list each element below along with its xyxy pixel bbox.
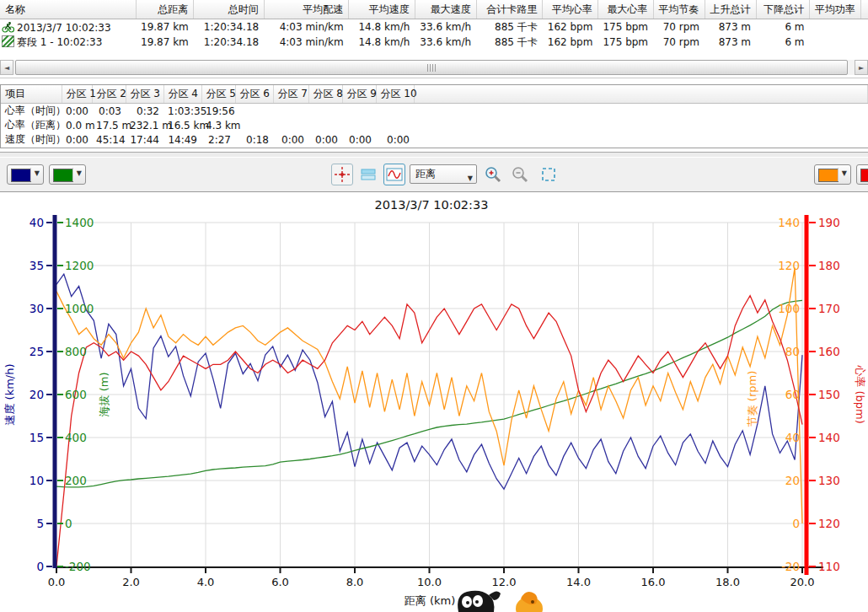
col-header[interactable]: 分区 8 [308, 85, 342, 104]
col-header[interactable]: 分区 6 [235, 85, 273, 104]
scroll-left-button[interactable]: ◄ [0, 60, 13, 75]
lap-name: 赛段 1 - 10:02:33 [17, 36, 102, 48]
table-row[interactable]: 赛段 1 - 10:02:33 19.87 km1:20:34.18 4:03 … [0, 35, 868, 50]
speed-color-swatch [11, 169, 31, 182]
mascot-stickers [452, 587, 595, 612]
chick-sticker-icon [512, 587, 548, 612]
svg-text:100: 100 [778, 302, 800, 315]
col-header[interactable]: 分区 1 [62, 85, 92, 104]
svg-text:80: 80 [785, 345, 800, 358]
svg-text:140: 140 [778, 216, 800, 229]
svg-text:20: 20 [785, 474, 800, 487]
svg-text:18.0: 18.0 [715, 576, 740, 588]
svg-text:40: 40 [785, 431, 800, 444]
lap-icon [2, 35, 14, 47]
svg-text:800: 800 [65, 345, 87, 358]
col-header[interactable]: 总时间 [194, 0, 264, 19]
col-header[interactable]: 平均心率 [543, 0, 598, 19]
bands-view-button[interactable] [357, 164, 379, 185]
svg-text:40: 40 [29, 216, 44, 229]
zoom-out-icon[interactable] [511, 165, 529, 184]
svg-text:60: 60 [785, 388, 800, 401]
app-window: 名称 总距离 总时间 平均配速 平均速度 最大速度 合计卡路里 平均心率 最大心… [0, 0, 868, 612]
svg-text:170: 170 [818, 302, 840, 315]
svg-text:0: 0 [65, 517, 72, 530]
svg-text:25: 25 [29, 345, 44, 358]
activity-name: 2013/3/7 10:02:33 [17, 22, 111, 34]
summary-h-scrollbar[interactable]: ◄ ► [0, 60, 868, 75]
svg-text:16.0: 16.0 [641, 576, 666, 588]
svg-text:120: 120 [818, 517, 840, 530]
col-header[interactable]: 名称 [0, 0, 136, 19]
col-header[interactable]: 分区 3 [126, 85, 163, 104]
col-header[interactable]: 最大心率 [597, 0, 653, 19]
elevation-color-button[interactable]: ▼ [49, 164, 86, 185]
chart-canvas[interactable]: 0.02.04.06.08.010.012.014.016.018.020.0距… [0, 192, 868, 612]
svg-text:150: 150 [818, 388, 840, 401]
zones-header-row: 项目 分区 1 分区 2 分区 3 分区 4 分区 5 分区 6 分区 7 分区… [1, 85, 868, 104]
svg-text:速度 (km/h): 速度 (km/h) [3, 363, 16, 425]
cadence-color-button[interactable]: ▼ [814, 164, 851, 185]
svg-text:20.0: 20.0 [790, 576, 815, 588]
svg-text:0.0: 0.0 [48, 576, 66, 588]
col-header[interactable]: 合计卡路里 [476, 0, 543, 19]
svg-text:1000: 1000 [65, 302, 94, 315]
scroll-right-button[interactable]: ► [855, 60, 868, 75]
speed-color-button[interactable]: ▼ [7, 164, 44, 185]
svg-text:-20: -20 [781, 560, 800, 573]
svg-text:400: 400 [65, 431, 87, 444]
chevron-down-icon: ▼ [35, 169, 40, 177]
table-row[interactable]: 心率（距离） 0.0 m17.5 m 232.1 m16.5 km 4.3 km [1, 118, 868, 132]
zoom-in-icon[interactable] [484, 165, 502, 184]
scrollbar-grip [427, 64, 436, 72]
svg-text:200: 200 [65, 474, 87, 487]
crosshair-icon [332, 164, 352, 185]
svg-text:海拔 (m): 海拔 (m) [98, 373, 110, 417]
svg-text:10: 10 [29, 474, 44, 487]
col-header[interactable]: 分区 10 [376, 85, 414, 104]
table-row[interactable]: 2013/3/7 10:02:33 19.87 km1:20:34.18 4:0… [0, 19, 868, 35]
chevron-down-icon: ▼ [77, 169, 82, 177]
cat-sticker-icon [452, 587, 502, 612]
scrollbar-thumb[interactable] [15, 60, 848, 75]
table-row[interactable]: 心率（时间） 0:000:03 0:321:03:35 19:56 [1, 104, 868, 119]
cadence-color-swatch [818, 169, 839, 182]
col-header[interactable]: 分区 7 [273, 85, 308, 104]
col-header[interactable]: 平均节奏 [653, 0, 705, 19]
col-header[interactable]: 分区 9 [342, 85, 376, 104]
col-header[interactable]: 平均功率 [810, 0, 861, 19]
col-header[interactable]: 平均速度 [349, 0, 415, 19]
curve-view-button[interactable] [383, 164, 405, 185]
col-header [414, 85, 868, 104]
col-header[interactable]: 分区 5 [201, 85, 235, 104]
bands-icon [358, 164, 378, 185]
wave-icon [384, 164, 405, 185]
svg-text:120: 120 [778, 259, 800, 272]
svg-text:15: 15 [29, 431, 44, 444]
svg-text:160: 160 [818, 345, 840, 358]
crosshair-tool-button[interactable] [331, 164, 353, 185]
col-header[interactable]: 项目 [1, 85, 62, 104]
chevron-down-icon: ▼ [468, 169, 473, 187]
heart-rate-color-button[interactable] [856, 164, 868, 185]
col-header[interactable]: 分区 2 [92, 85, 126, 104]
col-header[interactable]: 平均配速 [264, 0, 349, 19]
zoom-selection-icon[interactable] [539, 165, 558, 184]
summary-header-row: 名称 总距离 总时间 平均配速 平均速度 最大速度 合计卡路里 平均心率 最大心… [0, 0, 868, 19]
col-header[interactable]: 上升总计 [705, 0, 756, 19]
svg-text:2.0: 2.0 [122, 576, 140, 588]
chart-toolbar: ▼ ▼ 距离 ▼ [0, 158, 868, 192]
svg-text:600: 600 [65, 388, 87, 401]
table-row[interactable]: 速度（时间） 0:0045:14 17:4414:49 2:270:18 0:0… [1, 132, 868, 147]
col-header[interactable]: 最大速度 [415, 0, 476, 19]
svg-text:1200: 1200 [65, 259, 94, 272]
col-header[interactable]: 总距离 [136, 0, 194, 19]
chevron-down-icon: ▼ [842, 169, 847, 177]
col-header[interactable]: 分区 4 [163, 85, 201, 104]
col-header[interactable]: 最大功率 [861, 0, 868, 19]
col-header[interactable]: 下降总计 [756, 0, 810, 19]
elevation-color-swatch [53, 169, 73, 182]
x-axis-combo[interactable]: 距离 ▼ [410, 164, 477, 184]
chart-panel: 0.02.04.06.08.010.012.014.016.018.020.0距… [0, 192, 868, 612]
svg-text:1400: 1400 [65, 216, 94, 229]
